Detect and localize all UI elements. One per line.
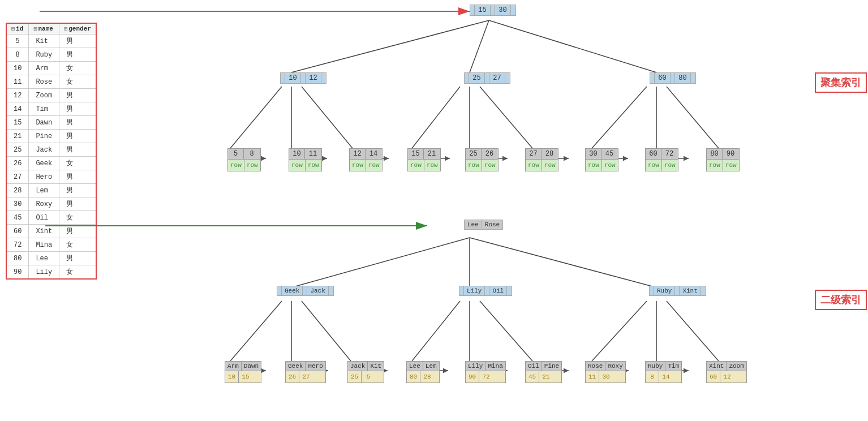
clustered-l2-2-val1: 60 <box>655 73 671 83</box>
leaf-5-key2: 28 <box>542 149 557 159</box>
cell-id: 26 <box>6 157 29 170</box>
cell-name: Lee <box>29 252 59 265</box>
clustered-leaf-6: 30 45 row row <box>585 148 618 171</box>
sec-leaf-7-id1: 8 <box>646 371 659 383</box>
sec-leaf-4-id1: 90 <box>466 371 479 383</box>
leaf-6-key2: 45 <box>601 149 617 159</box>
sec-leaf-0-key1: Arm <box>225 362 242 371</box>
cell-name: Hero <box>29 170 59 184</box>
cell-name: Xint <box>29 225 59 238</box>
secondary-root: Lee Rose <box>464 220 503 230</box>
cell-id: 72 <box>6 238 29 252</box>
sec-leaf-7-key1: Ruby <box>646 362 665 371</box>
sec-leaf-5-key2: Pine <box>542 362 561 371</box>
label-clustered: 聚集索引 <box>815 72 867 93</box>
th-name: ⊞name <box>29 23 59 35</box>
leaf-5-row1: row <box>526 160 542 171</box>
clustered-l2-0-val1: 10 <box>285 73 301 83</box>
svg-line-14 <box>592 87 647 148</box>
clustered-leaf-3: 15 21 row row <box>407 148 441 171</box>
cell-gender: 女 <box>59 265 96 280</box>
cell-name: Jack <box>29 143 59 157</box>
table-row: 28Lem男 <box>6 184 96 197</box>
cell-id: 15 <box>6 116 29 130</box>
cell-id: 30 <box>6 197 29 211</box>
secondary-leaf-1: Geek Hero 26 27 <box>285 361 326 383</box>
sec-leaf-5-id1: 45 <box>526 371 539 383</box>
sec-leaf-1-key2: Hero <box>306 362 325 371</box>
leaf-2-key1: 12 <box>350 149 366 159</box>
leaf-3-row1: row <box>408 160 424 171</box>
clustered-l2-0-val2: 12 <box>306 73 321 83</box>
cell-name: Zoom <box>29 89 59 102</box>
leaf-8-key1: 80 <box>707 149 723 159</box>
cell-gender: 男 <box>59 116 96 130</box>
table-row: 45Oil女 <box>6 211 96 225</box>
sec-leaf-1-id1: 26 <box>286 371 299 383</box>
sec-leaf-5-id2: 21 <box>539 371 553 383</box>
cell-gender: 女 <box>59 62 96 75</box>
cell-name: Rose <box>29 75 59 89</box>
table-row: 11Rose女 <box>6 75 96 89</box>
sec-leaf-8-key2: Zoom <box>727 362 746 371</box>
sec-leaf-0-id1: 10 <box>225 371 239 383</box>
table-row: 8Ruby男 <box>6 48 96 62</box>
secondary-l2-1: Lily Oil <box>459 286 512 296</box>
svg-line-33 <box>480 301 532 361</box>
sec-leaf-3-id1: 80 <box>407 371 420 383</box>
secondary-leaf-3: Lee Lem 80 28 <box>406 361 440 383</box>
cell-id: 28 <box>6 184 29 197</box>
svg-line-16 <box>667 87 719 148</box>
clustered-l2-2-val2: 80 <box>675 73 691 83</box>
sec-leaf-6-key1: Rose <box>586 362 605 371</box>
svg-line-10 <box>302 87 353 148</box>
svg-line-5 <box>291 20 489 72</box>
leaf-7-key1: 60 <box>646 149 661 159</box>
sec-leaf-2-key2: Kit <box>368 362 384 371</box>
leaf-6-row2: row <box>602 160 618 171</box>
cell-gender: 男 <box>59 184 96 197</box>
clustered-l2-2: 60 80 <box>650 72 696 84</box>
svg-line-7 <box>489 20 656 72</box>
clustered-leaf-8: 80 90 row row <box>706 148 740 171</box>
table-row: 10Arm女 <box>6 62 96 75</box>
table-row: 27Hero男 <box>6 170 96 184</box>
leaf-8-row2: row <box>723 160 739 171</box>
leaf-5-row2: row <box>542 160 558 171</box>
leaf-1-key1: 10 <box>289 149 305 159</box>
secondary-l2-0-val2: Jack <box>307 286 328 295</box>
leaf-3-row2: row <box>424 160 440 171</box>
cell-gender: 男 <box>59 252 96 265</box>
sec-leaf-6-key2: Roxy <box>605 362 625 371</box>
leaf-2-row2: row <box>366 160 382 171</box>
cell-name: Pine <box>29 130 59 143</box>
svg-line-36 <box>667 301 719 361</box>
clustered-leaf-2: 12 14 row row <box>349 148 383 171</box>
clustered-root: 15 30 <box>470 5 516 16</box>
table-row: 25Jack男 <box>6 143 96 157</box>
clustered-leaf-5: 27 28 row row <box>525 148 558 171</box>
svg-line-6 <box>470 20 489 72</box>
leaf-1-row1: row <box>289 160 306 171</box>
sec-leaf-4-id2: 72 <box>479 371 493 383</box>
table-row: 26Geek女 <box>6 157 96 170</box>
cell-id: 80 <box>6 252 29 265</box>
sec-leaf-2-id2: 5 <box>362 371 375 383</box>
sec-leaf-2-id1: 25 <box>348 371 362 383</box>
label-secondary: 二级索引 <box>815 290 867 310</box>
leaf-7-row1: row <box>646 160 662 171</box>
cell-gender: 女 <box>59 75 96 89</box>
leaf-1-row2: row <box>306 160 321 171</box>
cell-name: Oil <box>29 211 59 225</box>
cell-gender: 男 <box>59 48 96 62</box>
cell-id: 10 <box>6 62 29 75</box>
cell-name: Lem <box>29 184 59 197</box>
cell-name: Tim <box>29 102 59 116</box>
cell-id: 21 <box>6 130 29 143</box>
sec-leaf-6-id2: 30 <box>599 371 613 383</box>
leaf-2-row1: row <box>350 160 366 171</box>
cell-gender: 男 <box>59 89 96 102</box>
leaf-4-row2: row <box>482 160 498 171</box>
cell-id: 11 <box>6 75 29 89</box>
sec-leaf-1-key1: Geek <box>286 362 306 371</box>
